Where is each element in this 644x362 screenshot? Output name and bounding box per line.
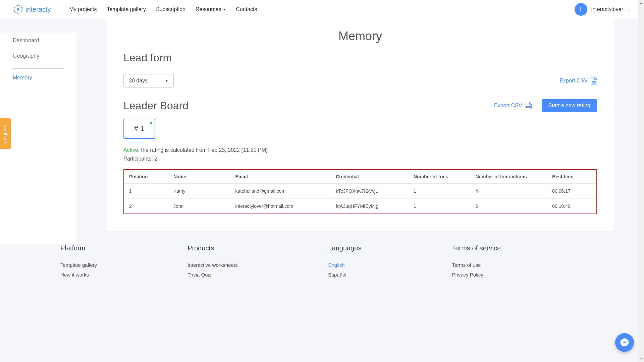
leaderboard-header: Leader Board Export CSV CSV Start a new …: [123, 99, 597, 112]
chevron-down-icon: ▼: [165, 79, 168, 83]
date-range-select[interactable]: 30 days ▼: [123, 74, 174, 87]
header: interacty My projects Template gallery S…: [0, 0, 644, 19]
cell-email: kateholland@gmail.com: [230, 184, 331, 199]
feedback-tab[interactable]: Feedback: [0, 118, 11, 149]
avatar: I: [575, 3, 587, 16]
footer-link-english[interactable]: English: [328, 262, 361, 268]
participants-count: Participants: 2: [123, 156, 597, 162]
sidebar-divider: [13, 68, 64, 69]
content-card: Memory Lead form 30 days ▼ Export CSV CS…: [107, 19, 614, 231]
cell-email: interactylover@hotmail.com: [230, 199, 331, 214]
cell-name: John: [168, 199, 230, 214]
user-name-label: interactylover: [591, 6, 623, 12]
footer-products-title: Products: [187, 244, 237, 252]
sidebar-item-dashboard[interactable]: Dashboard: [0, 38, 76, 44]
footer: Platform Template gallery How it works P…: [0, 231, 644, 295]
chevron-down-icon: ⌄: [627, 7, 631, 12]
scrollbar[interactable]: ▲ ▼: [638, 0, 644, 362]
cell-interactions: 6: [470, 199, 547, 214]
chevron-down-icon: ▼: [222, 8, 226, 11]
export-csv-leaderboard[interactable]: Export CSV CSV: [494, 102, 532, 109]
footer-link-how-it-works[interactable]: How it works: [60, 272, 97, 278]
th-best-time: Best time: [547, 170, 597, 184]
leaderboard-table: Position Name Email Credential Number of…: [123, 169, 597, 214]
date-range-value: 30 days: [129, 78, 148, 84]
cell-interactions: 4: [470, 184, 547, 199]
svg-point-1: [17, 8, 19, 11]
sidebar-item-memory[interactable]: Memory: [0, 75, 76, 81]
th-credential: Credential: [331, 170, 409, 184]
footer-terms-title: Terms of service: [452, 244, 501, 252]
cell-credential: fqA3uqHFYMfEyMjg: [331, 199, 409, 214]
cell-name: Kathy: [168, 184, 230, 199]
cell-tries: 1: [409, 184, 471, 199]
footer-link-template-gallery[interactable]: Template gallery: [60, 262, 97, 268]
cell-tries: 1: [409, 199, 471, 214]
footer-link-trivia-quiz[interactable]: Trivia Quiz: [187, 272, 237, 278]
footer-col-products: Products Interactive worksheets Trivia Q…: [187, 244, 237, 282]
rating-badge[interactable]: # 1: [123, 119, 155, 139]
scroll-down-arrow-icon[interactable]: ▼: [638, 356, 644, 362]
th-email: Email: [230, 170, 331, 184]
logo-text: interacty: [25, 6, 51, 13]
th-position: Position: [124, 170, 168, 184]
nav-subscription[interactable]: Subscription: [156, 6, 185, 12]
nav-menu: My projects Template gallery Subscriptio…: [69, 6, 257, 12]
footer-languages-title: Languages: [328, 244, 361, 252]
csv-file-icon: CSV: [526, 102, 532, 109]
nav-resources-label: Resources: [196, 6, 221, 12]
status-line: Active: the rating is calculated from Fe…: [123, 147, 597, 153]
sidebar: Dashboard Geography Memory: [0, 33, 76, 244]
start-new-rating-button[interactable]: Start a new rating: [542, 99, 597, 112]
footer-link-interactive-worksheets[interactable]: Interactive worksheets: [187, 262, 237, 268]
table-row: 1 Kathy kateholland@gmail.com kTeJPOXnw7…: [124, 184, 597, 199]
footer-col-languages: Languages English Español: [328, 244, 361, 282]
svg-text:CSV: CSV: [527, 106, 530, 108]
nav-resources[interactable]: Resources ▼: [196, 6, 226, 12]
th-interactions: Number of Interactions: [470, 170, 547, 184]
footer-col-terms: Terms of service Terms of use Privacy Po…: [452, 244, 501, 282]
table-header-row: Position Name Email Credential Number of…: [124, 170, 597, 184]
nav-my-projects[interactable]: My projects: [69, 6, 97, 12]
lead-form-controls: 30 days ▼ Export CSV CSV: [123, 74, 597, 87]
main-content: Memory Lead form 30 days ▼ Export CSV CS…: [76, 19, 644, 231]
csv-file-icon: CSV: [591, 77, 597, 84]
footer-link-privacy-policy[interactable]: Privacy Policy: [452, 272, 501, 278]
footer-col-platform: Platform Template gallery How it works: [60, 244, 97, 282]
leaderboard-actions: Export CSV CSV Start a new rating: [494, 99, 597, 112]
cell-best-time: 00:10.49: [547, 199, 597, 214]
th-name: Name: [168, 170, 230, 184]
footer-link-espanol[interactable]: Español: [328, 272, 361, 278]
user-section[interactable]: I interactylover ⌄: [575, 3, 631, 16]
scroll-up-arrow-icon[interactable]: ▲: [638, 0, 644, 6]
nav-template-gallery[interactable]: Template gallery: [107, 6, 146, 12]
messenger-button[interactable]: [615, 333, 634, 352]
messenger-icon: [620, 338, 630, 348]
footer-platform-title: Platform: [60, 244, 97, 252]
nav-contacts[interactable]: Contacts: [236, 6, 257, 12]
cell-credential: kTeJPOXnw7fGVvjL: [331, 184, 409, 199]
cell-best-time: 00:06.17: [547, 184, 597, 199]
table-row: 2 John interactylover@hotmail.com fqA3uq…: [124, 199, 597, 214]
status-active-label: Active:: [123, 147, 140, 153]
export-csv-label: Export CSV: [559, 78, 588, 84]
lead-form-title: Lead form: [123, 52, 597, 64]
page-title: Memory: [123, 29, 597, 43]
cell-position: 1: [124, 184, 168, 199]
logo-icon: [13, 5, 23, 14]
logo[interactable]: interacty: [13, 5, 51, 14]
svg-text:CSV: CSV: [592, 81, 596, 83]
footer-link-terms-of-use[interactable]: Terms of use: [452, 262, 501, 268]
sidebar-item-geography[interactable]: Geography: [0, 53, 76, 64]
export-csv-leadform[interactable]: Export CSV CSV: [559, 77, 597, 84]
status-text: the rating is calculated from Feb 23, 20…: [141, 147, 268, 153]
export-csv-label: Export CSV: [494, 103, 522, 109]
leaderboard-title: Leader Board: [123, 100, 189, 112]
cell-position: 2: [124, 199, 168, 214]
th-tries: Number of tries: [409, 170, 471, 184]
